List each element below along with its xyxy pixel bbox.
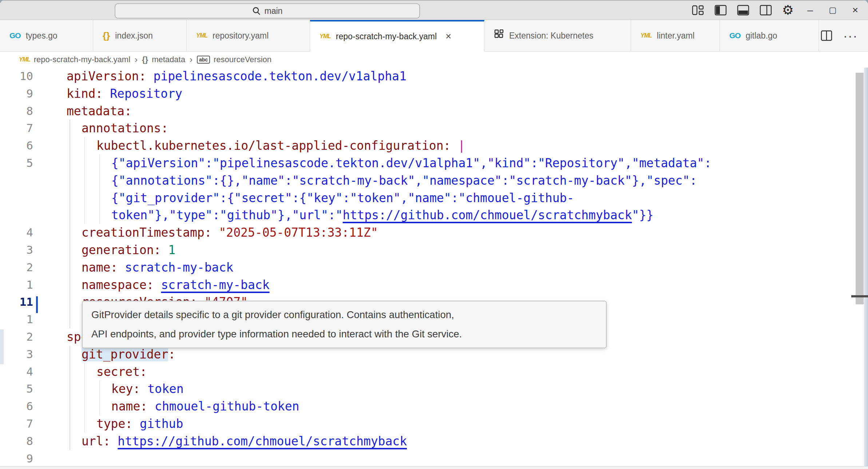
indent-guide xyxy=(99,189,100,207)
line-number: 5 xyxy=(0,380,67,398)
line-number xyxy=(0,207,67,224)
code-line[interactable]: 5{"apiVersion":"pipelinesascode.tekton.d… xyxy=(0,155,868,172)
code-line[interactable]: 2name: scratch-my-back xyxy=(0,259,868,276)
code-text: url: https://github.com/chmouel/scratchm… xyxy=(67,433,407,450)
code-link[interactable]: scratch-my-back xyxy=(161,278,270,292)
code-text: apiVersion: pipelinesascode.tekton.dev/v… xyxy=(67,68,407,85)
vertical-scrollbar[interactable] xyxy=(856,73,864,304)
indent-guide xyxy=(70,311,70,328)
settings-gear-icon[interactable]: ⚙ xyxy=(782,4,794,17)
code-text: metadata: xyxy=(67,103,132,120)
toggle-panel-icon[interactable] xyxy=(737,5,749,16)
code-line[interactable]: 6name: chmouel-github-token xyxy=(0,398,868,415)
tab-label: Extension: Kubernetes xyxy=(509,31,593,41)
indent-guide xyxy=(99,380,100,398)
code-text: {"apiVersion":"pipelinesascode.tekton.de… xyxy=(67,155,712,172)
code-token xyxy=(154,278,161,292)
code-line[interactable]: 7type: github xyxy=(0,415,868,433)
line-number: 7 xyxy=(0,415,67,433)
code-token: name: xyxy=(111,399,147,413)
code-line[interactable]: 4creationTimestamp: "2025-05-07T13:33:11… xyxy=(0,224,868,241)
code-token: generation: xyxy=(82,243,161,257)
breadcrumb-item[interactable]: abcresourceVersion xyxy=(197,55,272,64)
yaml-file-icon: YML xyxy=(196,32,207,39)
window-minimize-button[interactable]: – xyxy=(804,4,816,16)
tab-label: linter.yaml xyxy=(657,31,695,41)
indent-guide xyxy=(70,433,70,450)
line-number: 4 xyxy=(0,224,67,241)
code-line[interactable]: 6kubectl.kubernetes.io/last-applied-conf… xyxy=(0,137,868,155)
code-token: | xyxy=(451,139,465,153)
line-number: 9 xyxy=(0,85,67,103)
code-line[interactable]: 1namespace: scratch-my-back xyxy=(0,276,868,294)
code-line[interactable]: 3generation: 1 xyxy=(0,241,868,259)
yaml-file-icon: YML xyxy=(641,32,652,39)
line-number: 1 xyxy=(0,311,67,328)
hover-tooltip: GitProvider details specific to a git pr… xyxy=(82,301,607,348)
breadcrumb-item[interactable]: {}metadata xyxy=(142,55,185,64)
breadcrumb-label: metadata xyxy=(152,55,185,64)
indent-guide xyxy=(84,189,85,207)
tab-types-go[interactable]: GOtypes.go xyxy=(0,20,93,51)
code-token: key: xyxy=(111,382,140,396)
tooltip-line-2: API endpoints, and provider type informa… xyxy=(91,328,597,340)
code-text: {"git_provider":{"secret":{"key":"token"… xyxy=(67,189,574,207)
tab-repository-yaml[interactable]: YMLrepository.yaml xyxy=(187,20,310,51)
code-line[interactable]: 9kind: Repository xyxy=(0,85,868,103)
code-line[interactable]: {"git_provider":{"secret":{"key":"token"… xyxy=(0,189,868,207)
line-number: 10 xyxy=(0,68,67,85)
vscode-window: main ⚙ – ▢ × xyxy=(0,0,868,469)
code-line[interactable]: 9 xyxy=(0,450,868,468)
extension-icon xyxy=(494,29,504,42)
command-center-search[interactable]: main xyxy=(115,3,420,19)
tab-repo-scratch-my-back-yaml[interactable]: YMLrepo-scratch-my-back.yaml× xyxy=(310,20,484,52)
line-number: 1 xyxy=(0,276,67,294)
code-text: {"annotations":{},"name":"scratch-my-bac… xyxy=(67,172,697,189)
code-token: "2025-05-07T13:33:11Z" xyxy=(212,225,378,240)
tab-label: types.go xyxy=(26,31,58,41)
cursor-line-gutter-marker xyxy=(36,296,38,313)
code-line[interactable]: 7annotations: xyxy=(0,120,868,137)
code-line[interactable]: token"},"type":"github"},"url":"https://… xyxy=(0,207,868,224)
code-link[interactable]: https://github.com/chmouel/scratchmyback xyxy=(343,208,632,222)
code-line[interactable]: 8url: https://github.com/chmouel/scratch… xyxy=(0,433,868,450)
code-line[interactable]: 10apiVersion: pipelinesascode.tekton.dev… xyxy=(0,68,868,85)
line-number: 6 xyxy=(0,398,67,415)
code-line[interactable]: 5key: token xyxy=(0,380,868,398)
tab-linter-yaml[interactable]: YMLlinter.yaml xyxy=(631,20,720,51)
line-number: 5 xyxy=(0,155,67,172)
code-line[interactable]: 8metadata: xyxy=(0,103,868,120)
tab-extension-kubernetes[interactable]: Extension: Kubernetes xyxy=(484,20,631,51)
more-actions-icon[interactable]: ··· xyxy=(843,29,858,43)
code-text: token"},"type":"github"},"url":"https://… xyxy=(67,207,654,224)
code-token: "}} xyxy=(632,208,654,222)
code-token: creationTimestamp: xyxy=(82,225,212,240)
breadcrumb-separator: › xyxy=(135,55,138,65)
code-line[interactable]: {"annotations":{},"name":"scratch-my-bac… xyxy=(0,172,868,189)
toggle-primary-sidebar-icon[interactable] xyxy=(714,5,727,16)
indent-guide xyxy=(99,398,100,415)
code-text: name: scratch-my-back xyxy=(67,259,233,276)
line-number: 3 xyxy=(0,241,67,259)
symbol-object-icon: {} xyxy=(142,55,148,64)
indent-guide xyxy=(70,380,70,398)
editor-pane[interactable]: 10apiVersion: pipelinesascode.tekton.dev… xyxy=(0,68,868,469)
tab-index-json[interactable]: {}index.json xyxy=(93,20,187,51)
customize-layout-icon[interactable] xyxy=(692,5,704,16)
code-line[interactable]: 4secret: xyxy=(0,363,868,381)
toggle-secondary-sidebar-icon[interactable] xyxy=(760,5,772,16)
line-number: 6 xyxy=(0,137,67,155)
indent-guide xyxy=(70,120,70,137)
command-center-label: main xyxy=(265,6,283,16)
json-file-icon: {} xyxy=(103,30,110,41)
code-text xyxy=(67,311,82,328)
tooltip-line-1: GitProvider details specific to a git pr… xyxy=(91,309,597,321)
window-maximize-button[interactable]: ▢ xyxy=(827,4,839,16)
breadcrumb-item[interactable]: YMLrepo-scratch-my-back.yaml xyxy=(19,55,130,64)
close-tab-icon[interactable]: × xyxy=(445,31,451,42)
tab-gitlab-go[interactable]: GOgitlab.go xyxy=(720,20,819,51)
code-token: token xyxy=(140,382,183,396)
split-editor-icon[interactable] xyxy=(821,30,832,41)
window-close-button[interactable]: × xyxy=(849,4,861,16)
code-link[interactable]: https://github.com/chmouel/scratchmyback xyxy=(118,434,407,448)
